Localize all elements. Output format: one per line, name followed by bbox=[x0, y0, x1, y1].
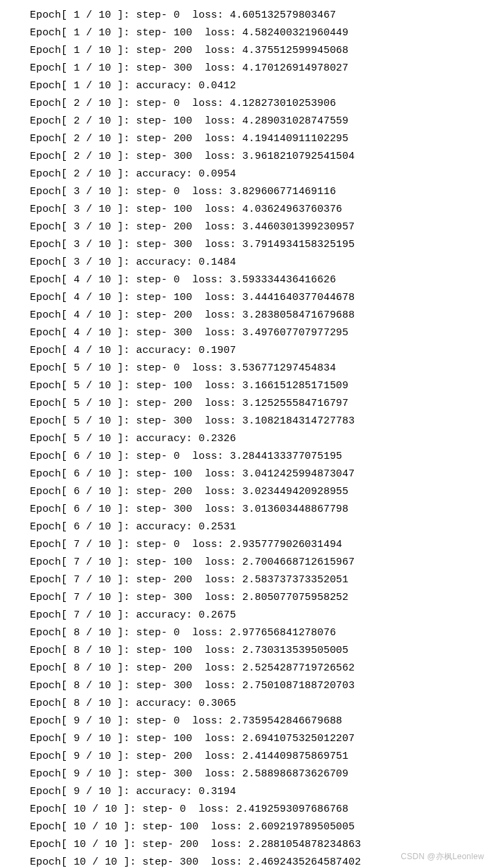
watermark-text: CSDN @亦枫Leonlew bbox=[401, 851, 484, 863]
log-step-line: Epoch[ 4 / 10 ]: step- 0 loss: 3.5933344… bbox=[30, 271, 495, 289]
log-step-line: Epoch[ 9 / 10 ]: step- 0 loss: 2.7359542… bbox=[30, 713, 495, 730]
log-accuracy-line: Epoch[ 2 / 10 ]: accuracy: 0.0954 bbox=[30, 166, 495, 183]
log-step-line: Epoch[ 9 / 10 ]: step- 100 loss: 2.69410… bbox=[30, 730, 495, 748]
log-step-line: Epoch[ 9 / 10 ]: step- 300 loss: 2.58898… bbox=[30, 766, 495, 783]
log-step-line: Epoch[ 1 / 10 ]: step- 0 loss: 4.6051325… bbox=[30, 7, 495, 24]
log-step-line: Epoch[ 1 / 10 ]: step- 200 loss: 4.37551… bbox=[30, 42, 495, 60]
log-step-line: Epoch[ 5 / 10 ]: step- 0 loss: 3.5367712… bbox=[30, 360, 495, 377]
log-step-line: Epoch[ 1 / 10 ]: step- 300 loss: 4.17012… bbox=[30, 60, 495, 77]
log-step-line: Epoch[ 2 / 10 ]: step- 100 loss: 4.28903… bbox=[30, 113, 495, 130]
log-step-line: Epoch[ 4 / 10 ]: step- 300 loss: 3.49760… bbox=[30, 324, 495, 342]
log-step-line: Epoch[ 2 / 10 ]: step- 300 loss: 3.96182… bbox=[30, 148, 495, 166]
log-step-line: Epoch[ 6 / 10 ]: step- 300 loss: 3.01360… bbox=[30, 501, 495, 518]
log-step-line: Epoch[ 9 / 10 ]: step- 200 loss: 2.41440… bbox=[30, 748, 495, 766]
log-accuracy-line: Epoch[ 3 / 10 ]: accuracy: 0.1484 bbox=[30, 254, 495, 271]
log-step-line: Epoch[ 7 / 10 ]: step- 200 loss: 2.58373… bbox=[30, 571, 495, 589]
log-accuracy-line: Epoch[ 6 / 10 ]: accuracy: 0.2531 bbox=[30, 518, 495, 536]
log-step-line: Epoch[ 10 / 10 ]: step- 0 loss: 2.419259… bbox=[30, 801, 495, 818]
log-step-line: Epoch[ 6 / 10 ]: step- 0 loss: 3.2844133… bbox=[30, 448, 495, 466]
log-step-line: Epoch[ 2 / 10 ]: step- 200 loss: 4.19414… bbox=[30, 130, 495, 148]
log-step-line: Epoch[ 10 / 10 ]: step- 100 loss: 2.6092… bbox=[30, 818, 495, 836]
log-accuracy-line: Epoch[ 4 / 10 ]: accuracy: 0.1907 bbox=[30, 342, 495, 360]
log-accuracy-line: Epoch[ 7 / 10 ]: accuracy: 0.2675 bbox=[30, 607, 495, 624]
log-step-line: Epoch[ 8 / 10 ]: step- 300 loss: 2.75010… bbox=[30, 677, 495, 695]
log-step-line: Epoch[ 5 / 10 ]: step- 300 loss: 3.10821… bbox=[30, 413, 495, 430]
log-step-line: Epoch[ 8 / 10 ]: step- 200 loss: 2.52542… bbox=[30, 660, 495, 677]
log-step-line: Epoch[ 6 / 10 ]: step- 200 loss: 3.02344… bbox=[30, 483, 495, 501]
log-step-line: Epoch[ 3 / 10 ]: step- 0 loss: 3.8296067… bbox=[30, 183, 495, 201]
log-accuracy-line: Epoch[ 9 / 10 ]: accuracy: 0.3194 bbox=[30, 783, 495, 801]
log-step-line: Epoch[ 8 / 10 ]: step- 0 loss: 2.9776568… bbox=[30, 624, 495, 642]
log-step-line: Epoch[ 1 / 10 ]: step- 100 loss: 4.58240… bbox=[30, 24, 495, 42]
log-step-line: Epoch[ 4 / 10 ]: step- 100 loss: 3.44416… bbox=[30, 289, 495, 307]
log-accuracy-line: Epoch[ 5 / 10 ]: accuracy: 0.2326 bbox=[30, 430, 495, 448]
log-accuracy-line: Epoch[ 1 / 10 ]: accuracy: 0.0412 bbox=[30, 77, 495, 95]
log-step-line: Epoch[ 8 / 10 ]: step- 100 loss: 2.73031… bbox=[30, 642, 495, 660]
log-step-line: Epoch[ 3 / 10 ]: step- 100 loss: 4.03624… bbox=[30, 201, 495, 219]
log-step-line: Epoch[ 2 / 10 ]: step- 0 loss: 4.1282730… bbox=[30, 95, 495, 113]
log-step-line: Epoch[ 6 / 10 ]: step- 100 loss: 3.04124… bbox=[30, 466, 495, 483]
log-step-line: Epoch[ 5 / 10 ]: step- 200 loss: 3.12525… bbox=[30, 395, 495, 413]
training-log-output: Epoch[ 1 / 10 ]: step- 0 loss: 4.6051325… bbox=[0, 0, 495, 868]
log-step-line: Epoch[ 7 / 10 ]: step- 0 loss: 2.9357779… bbox=[30, 536, 495, 554]
log-step-line: Epoch[ 7 / 10 ]: step- 300 loss: 2.80507… bbox=[30, 589, 495, 607]
log-step-line: Epoch[ 3 / 10 ]: step- 300 loss: 3.79149… bbox=[30, 236, 495, 254]
log-step-line: Epoch[ 7 / 10 ]: step- 100 loss: 2.70046… bbox=[30, 554, 495, 571]
log-accuracy-line: Epoch[ 8 / 10 ]: accuracy: 0.3065 bbox=[30, 695, 495, 713]
log-step-line: Epoch[ 4 / 10 ]: step- 200 loss: 3.28380… bbox=[30, 307, 495, 324]
log-step-line: Epoch[ 5 / 10 ]: step- 100 loss: 3.16615… bbox=[30, 377, 495, 395]
log-step-line: Epoch[ 3 / 10 ]: step- 200 loss: 3.44603… bbox=[30, 219, 495, 236]
